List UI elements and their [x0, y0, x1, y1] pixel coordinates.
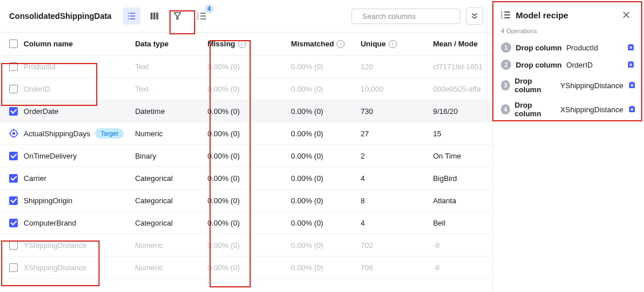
svg-point-0	[128, 13, 129, 14]
unique-value: 4	[361, 174, 433, 183]
missing-value: 0.00% (0)	[207, 107, 291, 116]
row-checkbox[interactable]	[9, 152, 18, 160]
target-badge: Target	[95, 128, 124, 139]
mean-value: BigBird	[433, 174, 483, 183]
op-number: 2	[501, 60, 511, 70]
expand-button[interactable]	[466, 7, 483, 25]
recipe-list-icon: 1 2 3	[501, 10, 511, 20]
mean-value: Bell	[433, 219, 483, 227]
info-icon[interactable]: i	[337, 40, 345, 48]
grid-view-button[interactable]	[146, 7, 163, 25]
op-action: Drop column	[515, 77, 556, 94]
table-row[interactable]: YShippingDistanceNumeric0.00% (0)0.00% (…	[0, 234, 492, 257]
row-checkbox[interactable]	[9, 241, 18, 250]
mean-value: -8	[433, 241, 483, 250]
svg-rect-3	[151, 13, 153, 19]
col-header-mismatched: Mismatched	[291, 40, 334, 48]
mismatched-value: 0.00% (0)	[291, 85, 361, 93]
row-checkbox[interactable]	[9, 174, 18, 183]
info-icon[interactable]: i	[238, 40, 246, 48]
recipe-op[interactable]: 3Drop columnYShippingDistance	[501, 73, 636, 97]
table-row[interactable]: OnTimeDeliveryBinary0.00% (0)0.00% (0)2O…	[0, 145, 492, 167]
dataset-title: ConsolidatedShippingData	[9, 11, 112, 21]
recipe-op[interactable]: 1Drop columnProductId	[501, 39, 636, 56]
row-checkbox[interactable]	[9, 107, 18, 116]
missing-value: 0.00% (0)	[207, 196, 291, 205]
svg-text:3: 3	[197, 17, 199, 21]
column-name: ProductId	[23, 62, 56, 71]
unique-value: 2	[361, 152, 433, 160]
col-header-unique: Unique	[361, 40, 386, 48]
mean-value: -8	[433, 263, 483, 272]
delete-op-button[interactable]	[627, 43, 636, 52]
missing-value: 0.00% (0)	[207, 129, 291, 138]
mismatched-value: 0.00% (0)	[291, 62, 361, 71]
table-row[interactable]: ActualShippingDaysTargetNumeric0.00% (0)…	[0, 123, 492, 145]
recipe-op[interactable]: 2Drop columnOrderID	[501, 56, 636, 73]
data-type: Binary	[135, 152, 207, 160]
unique-value: 27	[361, 129, 433, 138]
svg-point-2	[128, 18, 129, 19]
target-icon	[9, 129, 18, 138]
column-name: OrderDate	[23, 107, 58, 116]
data-type: Categorical	[135, 196, 207, 205]
missing-value: 0.00% (0)	[207, 152, 291, 160]
mean-value: On Time	[433, 152, 483, 160]
missing-value: 0.00% (0)	[207, 62, 291, 71]
row-checkbox[interactable]	[9, 85, 18, 93]
panel-close-button[interactable]	[622, 8, 636, 22]
op-action: Drop column	[515, 101, 556, 118]
missing-value: 0.00% (0)	[207, 219, 291, 227]
mismatched-value: 0.00% (0)	[291, 241, 361, 250]
ops-list: 1Drop columnProductId2Drop columnOrderID…	[501, 39, 636, 121]
table-header: Column name Data type Missingi Mismatche…	[0, 33, 492, 56]
select-all-checkbox[interactable]	[9, 40, 18, 48]
delete-op-button[interactable]	[628, 105, 636, 114]
delete-op-button[interactable]	[627, 60, 636, 69]
table-row[interactable]: OrderDateDatetime0.00% (0)0.00% (0)7309/…	[0, 100, 492, 123]
op-column: XShippingDistance	[560, 105, 623, 114]
table-row[interactable]: ProductIdText0.00% (0)0.00% (0)120cf7171…	[0, 56, 492, 78]
data-type: Categorical	[135, 219, 207, 227]
info-icon[interactable]: i	[389, 40, 397, 48]
recipe-button[interactable]: 1 2 3 4	[193, 7, 211, 25]
mismatched-value: 0.00% (0)	[291, 129, 361, 138]
delete-op-button[interactable]	[628, 81, 636, 90]
op-number: 1	[501, 42, 511, 53]
row-checkbox[interactable]	[9, 62, 18, 71]
panel-title: Model recipe	[516, 10, 568, 20]
filter-button[interactable]	[169, 7, 186, 25]
data-type: Numeric	[135, 263, 207, 272]
col-header-name: Column name	[23, 40, 135, 48]
table-row[interactable]: ShippingOriginCategorical0.00% (0)0.00% …	[0, 190, 492, 212]
svg-point-11	[13, 132, 15, 135]
unique-value: 702	[361, 241, 433, 250]
table-row[interactable]: XShippingDistanceNumeric0.00% (0)0.00% (…	[0, 257, 492, 279]
column-name: Carrier	[23, 174, 46, 183]
missing-value: 0.00% (0)	[207, 241, 291, 250]
op-column: OrderID	[566, 61, 592, 69]
unique-value: 8	[361, 196, 433, 205]
row-checkbox[interactable]	[9, 219, 18, 227]
search-input-wrap[interactable]	[351, 9, 460, 24]
table-body: ProductIdText0.00% (0)0.00% (0)120cf7171…	[0, 56, 492, 279]
unique-value: 706	[361, 263, 433, 272]
list-lines-icon	[127, 11, 136, 21]
table-row[interactable]: OrderIDText0.00% (0)0.00% (0)10,000000e9…	[0, 78, 492, 100]
col-header-missing: Missing	[207, 40, 235, 48]
table-row[interactable]: ComputerBrandCategorical0.00% (0)0.00% (…	[0, 212, 492, 234]
data-type: Numeric	[135, 241, 207, 250]
row-checkbox[interactable]	[9, 263, 18, 272]
unique-value: 730	[361, 107, 433, 116]
mean-value: 9/16/20	[433, 107, 483, 116]
unique-value: 4	[361, 219, 433, 227]
col-header-mean: Mean / Mode	[433, 40, 483, 48]
list-view-button[interactable]	[123, 7, 140, 25]
mismatched-value: 0.00% (0)	[291, 263, 361, 272]
table-row[interactable]: CarrierCategorical0.00% (0)0.00% (0)4Big…	[0, 167, 492, 190]
mismatched-value: 0.00% (0)	[291, 174, 361, 183]
mismatched-value: 0.00% (0)	[291, 196, 361, 205]
recipe-op[interactable]: 4Drop columnXShippingDistance	[501, 97, 636, 121]
search-input[interactable]	[362, 12, 459, 21]
row-checkbox[interactable]	[9, 196, 18, 205]
